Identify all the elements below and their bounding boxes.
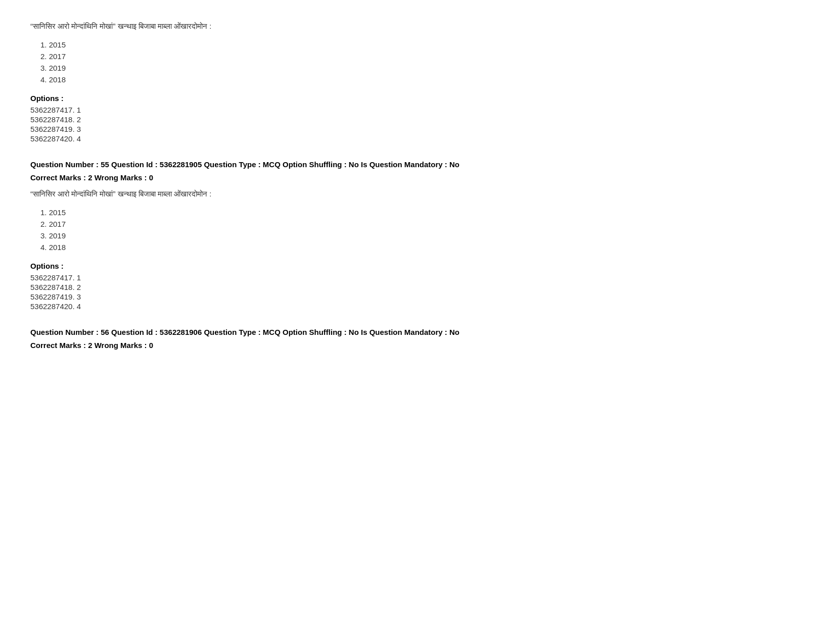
option-id-item: 5362287420. 4 — [30, 134, 804, 143]
option-item: 3. 2019 — [40, 64, 804, 72]
option-item: 2. 2017 — [40, 220, 804, 228]
option-item: 4. 2018 — [40, 243, 804, 252]
option-id-item: 5362287417. 1 — [30, 106, 804, 114]
option-id-item: 5362287419. 3 — [30, 292, 804, 301]
option-item: 1. 2015 — [40, 208, 804, 217]
question-text-55: “सानिसिर आरो मोन्दांथिनि मोखां” खन्थाइ ब… — [30, 188, 804, 200]
question-meta-line1-56: Question Number : 56 Question Id : 53622… — [30, 326, 804, 339]
question-block-55: Question Number : 55 Question Id : 53622… — [30, 158, 804, 311]
question-meta-56: Question Number : 56 Question Id : 53622… — [30, 326, 804, 352]
option-id-item: 5362287419. 3 — [30, 125, 804, 133]
option-item: 1. 2015 — [40, 40, 804, 49]
option-id-item: 5362287418. 2 — [30, 115, 804, 124]
option-id-item: 5362287420. 4 — [30, 302, 804, 311]
question-text-54: “सानिसिर आरो मोन्दांथिनि मोखां” खन्थाइ ब… — [30, 20, 804, 32]
option-id-item: 5362287417. 1 — [30, 273, 804, 282]
question-meta-line1-55: Question Number : 55 Question Id : 53622… — [30, 158, 804, 171]
option-ids-54: 5362287417. 1 5362287418. 2 5362287419. … — [30, 106, 804, 143]
option-item: 3. 2019 — [40, 231, 804, 240]
option-id-item: 5362287418. 2 — [30, 283, 804, 291]
options-label-54: Options : — [30, 94, 804, 103]
question-block-54: “सानिसिर आरो मोन्दांथिनि मोखां” खन्थाइ ब… — [30, 20, 804, 143]
options-list-54: 1. 2015 2. 2017 3. 2019 4. 2018 — [40, 40, 804, 84]
question-meta-line2-55: Correct Marks : 2 Wrong Marks : 0 — [30, 171, 804, 184]
option-ids-55: 5362287417. 1 5362287418. 2 5362287419. … — [30, 273, 804, 311]
options-list-55: 1. 2015 2. 2017 3. 2019 4. 2018 — [40, 208, 804, 252]
question-meta-line2-56: Correct Marks : 2 Wrong Marks : 0 — [30, 339, 804, 352]
options-label-55: Options : — [30, 262, 804, 270]
option-item: 2. 2017 — [40, 52, 804, 61]
option-item: 4. 2018 — [40, 75, 804, 84]
question-meta-55: Question Number : 55 Question Id : 53622… — [30, 158, 804, 184]
question-block-56: Question Number : 56 Question Id : 53622… — [30, 326, 804, 352]
